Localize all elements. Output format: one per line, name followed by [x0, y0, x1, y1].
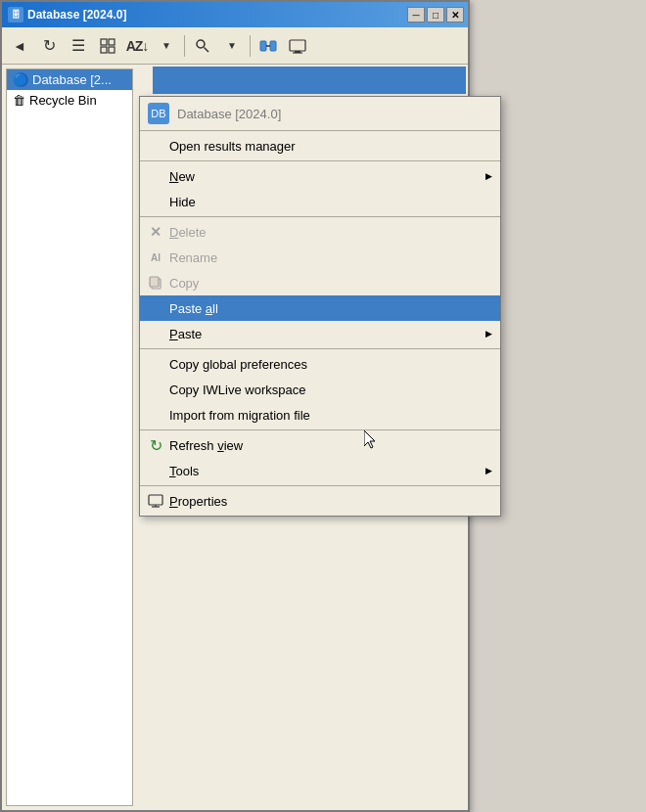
svg-rect-14: [149, 495, 162, 505]
copy-iwlive-workspace-item[interactable]: Copy IWLive workspace: [140, 377, 500, 402]
database-tree-label: Database [2...: [32, 72, 112, 87]
monitor-button[interactable]: [284, 32, 311, 60]
tools-arrow-icon: ▶: [485, 466, 492, 475]
copy-icon: [146, 273, 165, 293]
open-results-manager-item[interactable]: Open results manager: [140, 133, 500, 158]
recycle-bin-tree-item[interactable]: 🗑 Recycle Bin: [7, 90, 132, 111]
refresh-view-item[interactable]: ↻ Refresh view: [140, 432, 500, 458]
title-bar-left: 🗄 Database [2024.0]: [8, 7, 126, 23]
list-button[interactable]: ☰: [65, 32, 92, 60]
close-button[interactable]: ✕: [446, 7, 464, 23]
properties-item[interactable]: Properties: [140, 488, 500, 514]
grid-button[interactable]: [94, 32, 121, 60]
copy-global-preferences-item[interactable]: Copy global preferences: [140, 351, 500, 377]
paste-item[interactable]: Paste ▶: [140, 321, 500, 346]
rename-icon: AI: [146, 248, 165, 267]
minimize-button[interactable]: ─: [407, 7, 425, 23]
menu-separator-2: [140, 216, 500, 217]
context-menu: DB Database [2024.0] Open results manage…: [139, 96, 501, 517]
delete-item: ✕ Delete: [140, 219, 500, 245]
paste-all-label: Paste all: [169, 301, 218, 316]
menu-separator-0: [140, 130, 500, 131]
menu-header-icon: DB: [148, 103, 169, 124]
recycle-bin-label: Recycle Bin: [29, 93, 97, 108]
connect-button[interactable]: [254, 32, 282, 60]
menu-header: DB Database [2024.0]: [140, 99, 500, 128]
paste-arrow-icon: ▶: [485, 329, 492, 338]
sort-dropdown-button[interactable]: ▼: [153, 32, 180, 60]
svg-rect-9: [290, 40, 305, 51]
monitor-icon: [289, 38, 306, 54]
tools-item[interactable]: Tools ▶: [140, 458, 500, 483]
open-results-label: Open results manager: [169, 139, 296, 154]
new-label: New: [169, 169, 195, 184]
svg-point-4: [197, 40, 205, 48]
title-bar: 🗄 Database [2024.0] ─ □ ✕: [2, 2, 468, 27]
refresh-button[interactable]: ↻: [35, 32, 63, 60]
toolbar-separator-1: [184, 35, 185, 57]
rename-label: Rename: [169, 250, 217, 265]
menu-separator-5: [140, 485, 500, 486]
svg-rect-13: [150, 277, 159, 287]
toolbar-separator-2: [250, 35, 251, 57]
copy-iwlive-workspace-label: Copy IWLive workspace: [169, 383, 305, 397]
paste-all-item[interactable]: Paste all: [140, 295, 500, 321]
svg-rect-6: [260, 41, 266, 51]
selection-strip: [153, 67, 466, 94]
tools-label: Tools: [169, 464, 199, 478]
copy-global-preferences-label: Copy global preferences: [169, 357, 307, 372]
properties-svg-icon: [148, 493, 163, 509]
svg-rect-1: [109, 39, 115, 45]
delete-label: Delete: [169, 225, 207, 240]
search-icon: [195, 38, 210, 54]
sort-button[interactable]: AZ↓: [123, 32, 151, 60]
svg-rect-2: [101, 47, 107, 53]
window-title: Database [2024.0]: [27, 8, 126, 22]
search-button[interactable]: [189, 32, 216, 60]
paste-label: Paste: [169, 327, 202, 341]
new-arrow-icon: ▶: [485, 171, 492, 181]
svg-rect-0: [101, 39, 107, 45]
svg-rect-3: [109, 47, 115, 53]
new-item[interactable]: New ▶: [140, 163, 500, 189]
hide-label: Hide: [169, 195, 196, 209]
svg-line-5: [205, 47, 209, 52]
app-icon: 🗄: [8, 7, 23, 23]
recycle-bin-icon: 🗑: [13, 93, 25, 108]
svg-rect-7: [270, 41, 276, 51]
connect-icon: [259, 38, 277, 54]
database-tree-item[interactable]: 🔵 Database [2...: [7, 69, 132, 90]
back-button[interactable]: ◄: [6, 32, 33, 60]
menu-separator-4: [140, 429, 500, 430]
refresh-view-label: Refresh view: [169, 438, 243, 453]
properties-label: Properties: [169, 494, 227, 509]
copy-label: Copy: [169, 276, 199, 291]
rename-item: AI Rename: [140, 245, 500, 270]
tree-panel: 🔵 Database [2... 🗑 Recycle Bin: [6, 68, 133, 806]
toolbar: ◄ ↻ ☰ AZ↓ ▼ ▼: [2, 27, 468, 65]
hide-item[interactable]: Hide: [140, 189, 500, 214]
maximize-button[interactable]: □: [427, 7, 444, 23]
main-window: 🗄 Database [2024.0] ─ □ ✕ ◄ ↻ ☰ AZ↓ ▼: [0, 0, 470, 812]
copy-item: Copy: [140, 270, 500, 295]
properties-icon: [146, 491, 165, 511]
title-bar-controls: ─ □ ✕: [407, 7, 464, 23]
import-migration-file-label: Import from migration file: [169, 408, 310, 423]
import-migration-file-item[interactable]: Import from migration file: [140, 402, 500, 428]
database-tree-icon: 🔵: [13, 72, 28, 87]
copy-svg-icon: [148, 275, 163, 291]
grid-icon: [100, 38, 115, 54]
delete-icon: ✕: [146, 222, 165, 242]
search-dropdown-button[interactable]: ▼: [218, 32, 246, 60]
menu-separator-1: [140, 160, 500, 161]
menu-separator-3: [140, 348, 500, 349]
menu-header-label: Database [2024.0]: [177, 107, 281, 121]
refresh-view-icon: ↻: [146, 435, 165, 455]
